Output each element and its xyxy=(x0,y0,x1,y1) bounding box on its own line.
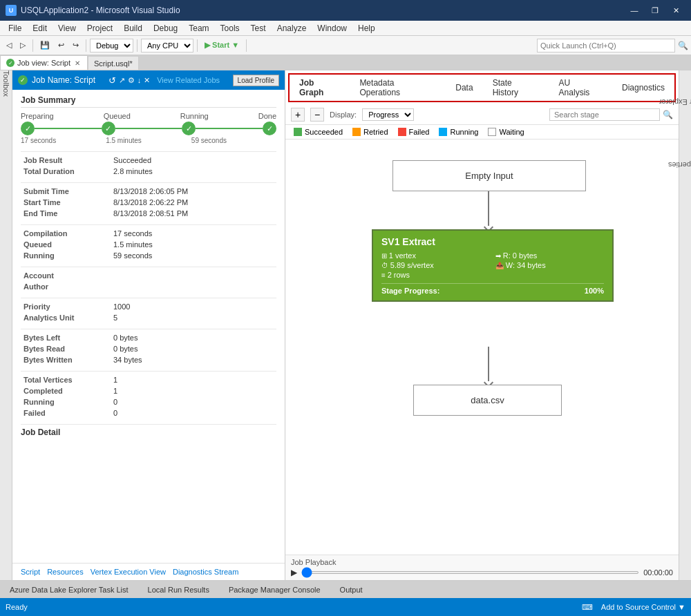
debug-dropdown[interactable]: Debug xyxy=(90,39,133,52)
close-button[interactable]: ✕ xyxy=(666,3,685,17)
menu-analyze[interactable]: Analyze xyxy=(272,21,312,36)
divider-6 xyxy=(21,329,276,329)
tab-state-history[interactable]: State History xyxy=(483,75,549,101)
open-external-button[interactable]: ↗ xyxy=(119,76,125,85)
value-start-time: 8/13/2018 2:06:22 PM xyxy=(111,197,276,208)
progress-section: Preparing Queued Running Done ✓ ✓ ✓ ✓ 17… xyxy=(21,112,276,144)
doc-tab-jobview[interactable]: ✓ Job view: Script ✕ xyxy=(0,55,88,70)
table-row: Analytics Unit 5 xyxy=(21,312,276,323)
rows-icon: ≡ xyxy=(381,271,388,279)
label-author: Author xyxy=(21,281,111,292)
menu-window[interactable]: Window xyxy=(312,21,352,36)
playback-time: 00:00:00 xyxy=(643,568,673,577)
tab-azure-explorer[interactable]: Azure Data Lake Explorer Task List xyxy=(6,584,133,595)
tab-diagnostics[interactable]: Diagnostics xyxy=(612,79,674,96)
value-queued: 1.5 minutes xyxy=(111,239,276,250)
load-profile-button[interactable]: Load Profile xyxy=(233,75,279,86)
display-dropdown[interactable]: Progress Time Data xyxy=(362,108,414,121)
toolbar-undo[interactable]: ↩ xyxy=(55,38,68,53)
cpu-dropdown[interactable]: Any CPU xyxy=(141,39,193,52)
table-row: Failed 0 xyxy=(21,407,276,418)
toolbar-forward[interactable]: ▷ xyxy=(17,38,29,53)
toolbar-redo[interactable]: ↪ xyxy=(69,38,82,53)
timing-table: Submit Time 8/13/2018 2:06:05 PM Start T… xyxy=(21,186,276,219)
maximize-button[interactable]: ❐ xyxy=(645,3,665,17)
stage-search-input[interactable] xyxy=(549,108,660,121)
sv1-read: ➡ R: 0 bytes xyxy=(495,251,604,260)
doc-tab-jobview-close[interactable]: ✕ xyxy=(73,59,82,67)
table-row: Queued 1.5 minutes xyxy=(21,239,276,250)
minimize-button[interactable]: — xyxy=(625,3,644,17)
vertex-icon: ⊞ xyxy=(381,252,389,260)
resources-link[interactable]: Resources xyxy=(47,568,84,576)
toolbox-sidebar[interactable]: Toolbox xyxy=(0,70,12,580)
job-params-table: Priority 1000 Analytics Unit 5 xyxy=(21,301,276,323)
tab-output[interactable]: Output xyxy=(336,584,367,595)
toolbar-sep5 xyxy=(246,39,247,52)
toolbar-back[interactable]: ◁ xyxy=(3,38,15,53)
search-icon[interactable]: 🔍 xyxy=(663,110,673,119)
label-start-time: Start Time xyxy=(21,197,111,208)
value-running-v: 0 xyxy=(111,396,276,407)
play-button[interactable]: ▶ xyxy=(291,568,297,577)
server-explorer-label[interactable]: Server Explorer xyxy=(659,98,691,106)
node-data-csv[interactable]: data.csv xyxy=(413,385,562,416)
legend-waiting: Waiting xyxy=(488,128,524,136)
properties-label[interactable]: Properties xyxy=(668,161,691,169)
menu-team[interactable]: Team xyxy=(183,21,214,36)
menu-debug[interactable]: Debug xyxy=(148,21,183,36)
table-row: Total Duration 2.8 minutes xyxy=(21,166,276,177)
table-row: Running 59 seconds xyxy=(21,250,276,261)
menu-view[interactable]: View xyxy=(53,21,82,36)
table-row: Priority 1000 xyxy=(21,301,276,312)
doc-tab-script[interactable]: Script.usql* xyxy=(88,56,139,70)
toolbar-sep4 xyxy=(197,39,198,52)
job-status-icon: ✓ xyxy=(18,75,28,85)
toolbox-label: Toolbox xyxy=(2,70,10,97)
zoom-out-button[interactable]: − xyxy=(310,108,324,122)
menu-test[interactable]: Test xyxy=(245,21,272,36)
menu-file[interactable]: File xyxy=(3,21,27,36)
menu-edit[interactable]: Edit xyxy=(27,21,53,36)
view-related-jobs-link[interactable]: View Related Jobs xyxy=(157,76,220,84)
window-controls[interactable]: — ❐ ✕ xyxy=(625,3,685,17)
label-total-vertices: Total Vertices xyxy=(21,374,111,385)
menu-help[interactable]: Help xyxy=(352,21,381,36)
vertex-execution-link[interactable]: Vertex Execution View xyxy=(91,568,166,576)
job-content: Job Summary Preparing Queued Running Don… xyxy=(12,90,285,563)
tab-package-manager[interactable]: Package Manager Console xyxy=(225,584,325,595)
menu-tools[interactable]: Tools xyxy=(215,21,245,36)
legend-failed-icon xyxy=(398,128,406,136)
refresh-button[interactable]: ↺ xyxy=(108,75,116,86)
toolbar-save[interactable]: 💾 xyxy=(37,38,53,53)
download-button[interactable]: ↓ xyxy=(138,76,142,84)
value-compilation: 17 seconds xyxy=(111,228,276,239)
start-button[interactable]: ▶ Start ▼ xyxy=(201,38,243,53)
job-name-label: Job Name: Script xyxy=(32,75,95,85)
script-link[interactable]: Script xyxy=(21,568,40,576)
value-total-duration: 2.8 minutes xyxy=(111,166,276,177)
menu-project[interactable]: Project xyxy=(82,21,118,36)
diagnostics-stream-link[interactable]: Diagnostics Stream xyxy=(173,568,238,576)
tab-job-graph[interactable]: Job Graph xyxy=(290,75,350,101)
playback-slider[interactable] xyxy=(301,571,639,574)
menu-build[interactable]: Build xyxy=(118,21,148,36)
table-row: Bytes Read 0 bytes xyxy=(21,343,276,354)
settings-button[interactable]: ⚙ xyxy=(128,76,135,85)
close-job-button[interactable]: ✕ xyxy=(144,76,150,85)
node-empty-input[interactable]: Empty Input xyxy=(392,160,586,191)
progress-track: ✓ ✓ ✓ ✓ xyxy=(21,122,276,135)
source-control-link[interactable]: Add to Source Control ▼ xyxy=(601,603,685,612)
value-bytes-written: 34 bytes xyxy=(111,354,276,365)
quick-launch-input[interactable] xyxy=(537,39,675,52)
connector-line-2 xyxy=(488,347,489,381)
tab-local-run[interactable]: Local Run Results xyxy=(144,584,214,595)
sv1-progress-value: 100% xyxy=(585,287,604,295)
tab-metadata-ops[interactable]: Metadata Operations xyxy=(350,75,446,101)
tab-au-analysis[interactable]: AU Analysis xyxy=(549,75,612,101)
label-account: Account xyxy=(21,270,111,281)
status-keyboard-icon: ⌨ xyxy=(582,603,593,612)
node-sv1[interactable]: SV1 Extract ⊞ 1 vertex ➡ R: 0 bytes ⏱ 5.… xyxy=(372,229,614,302)
zoom-in-button[interactable]: + xyxy=(291,108,305,122)
tab-data[interactable]: Data xyxy=(446,79,482,96)
